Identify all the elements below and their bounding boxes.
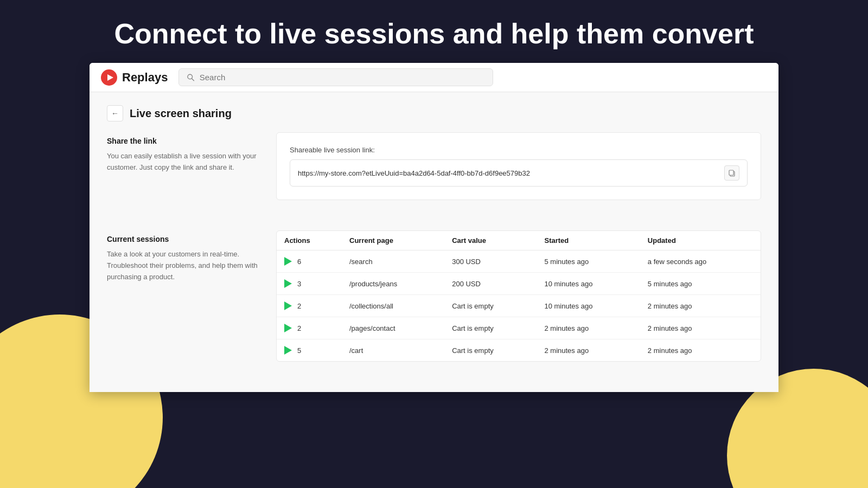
play-button[interactable] <box>284 257 292 266</box>
play-button[interactable] <box>284 301 292 310</box>
col-actions: Actions <box>277 231 342 251</box>
search-input[interactable] <box>200 73 486 82</box>
share-description: You can easily establish a live session … <box>107 151 259 174</box>
sessions-description: Take a look at your customers in real-ti… <box>107 249 259 282</box>
link-label: Shareable live session link: <box>290 146 748 154</box>
updated-cell: 5 minutes ago <box>640 273 761 295</box>
share-link-section: Share the link You can easily establish … <box>107 132 761 200</box>
cart-cell: Cart is empty <box>444 317 537 339</box>
table-row: 6 /search300 USD5 minutes agoa few secon… <box>277 251 761 273</box>
nav-bar: Replays <box>90 63 778 92</box>
sessions-heading: Current sessions <box>107 235 259 243</box>
col-cart-value: Cart value <box>444 231 537 251</box>
play-button[interactable] <box>284 346 292 355</box>
share-right-col: Shareable live session link: https://my-… <box>276 132 761 200</box>
user-count: 3 <box>297 280 301 288</box>
actions-cell: 2 <box>277 317 342 339</box>
updated-cell: 2 minutes ago <box>640 317 761 339</box>
updated-cell: 2 minutes ago <box>640 295 761 317</box>
search-bar[interactable] <box>178 68 493 86</box>
link-input-row: https://my-store.com?etLiveUuid=ba4a2d64… <box>290 159 748 187</box>
logo-icon <box>100 69 118 86</box>
started-cell: 5 minutes ago <box>537 251 640 273</box>
cart-cell: Cart is empty <box>444 339 537 362</box>
back-arrow-icon: ← <box>111 109 119 118</box>
sessions-left-col: Current sessions Take a look at your cus… <box>107 230 259 362</box>
link-url-text: https://my-store.com?etLiveUuid=ba4a2d64… <box>298 169 720 177</box>
sessions-table: Actions Current page Cart value Started … <box>277 231 761 361</box>
table-row: 3 /products/jeans200 USD10 minutes ago5 … <box>277 273 761 295</box>
logo-area[interactable]: Replays <box>100 69 168 86</box>
user-count: 6 <box>297 258 301 266</box>
app-container: Replays ← Live screen sharing Share the … <box>90 63 778 392</box>
search-icon <box>187 73 195 82</box>
started-cell: 2 minutes ago <box>537 317 640 339</box>
share-left-col: Share the link You can easily establish … <box>107 132 259 200</box>
updated-cell: 2 minutes ago <box>640 339 761 362</box>
page-content: ← Live screen sharing Share the link You… <box>90 92 778 392</box>
sessions-section: Current sessions Take a look at your cus… <box>107 230 761 362</box>
copy-icon <box>728 169 736 177</box>
page-cell: /search <box>342 251 444 273</box>
svg-line-3 <box>192 78 194 80</box>
actions-cell: 3 <box>277 273 342 295</box>
cart-cell: 300 USD <box>444 251 537 273</box>
actions-cell: 5 <box>277 339 342 362</box>
col-current-page: Current page <box>342 231 444 251</box>
started-cell: 10 minutes ago <box>537 273 640 295</box>
cart-cell: Cart is empty <box>444 295 537 317</box>
share-heading: Share the link <box>107 137 259 145</box>
col-started: Started <box>537 231 640 251</box>
back-button[interactable]: ← <box>107 105 123 121</box>
user-count: 2 <box>297 302 301 310</box>
page-cell: /collections/all <box>342 295 444 317</box>
table-header-row: Actions Current page Cart value Started … <box>277 231 761 251</box>
updated-cell: a few seconds ago <box>640 251 761 273</box>
table-row: 2 /collections/allCart is empty10 minute… <box>277 295 761 317</box>
play-button[interactable] <box>284 279 292 288</box>
actions-cell: 2 <box>277 295 342 317</box>
copy-button[interactable] <box>724 165 739 181</box>
svg-rect-5 <box>729 170 733 175</box>
actions-cell: 6 <box>277 251 342 273</box>
page-cell: /pages/contact <box>342 317 444 339</box>
user-count: 2 <box>297 324 301 332</box>
cart-cell: 200 USD <box>444 273 537 295</box>
sessions-right-col: Actions Current page Cart value Started … <box>276 230 761 362</box>
back-row: ← Live screen sharing <box>107 105 761 121</box>
play-button[interactable] <box>284 324 292 332</box>
user-count: 5 <box>297 346 301 355</box>
page-cell: /products/jeans <box>342 273 444 295</box>
started-cell: 2 minutes ago <box>537 339 640 362</box>
hero-title: Connect to live sessions and help them c… <box>0 0 868 63</box>
started-cell: 10 minutes ago <box>537 295 640 317</box>
table-row: 2 /pages/contactCart is empty2 minutes a… <box>277 317 761 339</box>
table-row: 5 /cartCart is empty2 minutes ago2 minut… <box>277 339 761 362</box>
page-cell: /cart <box>342 339 444 362</box>
page-title: Live screen sharing <box>130 107 232 120</box>
logo-text: Replays <box>122 70 168 85</box>
col-updated: Updated <box>640 231 761 251</box>
